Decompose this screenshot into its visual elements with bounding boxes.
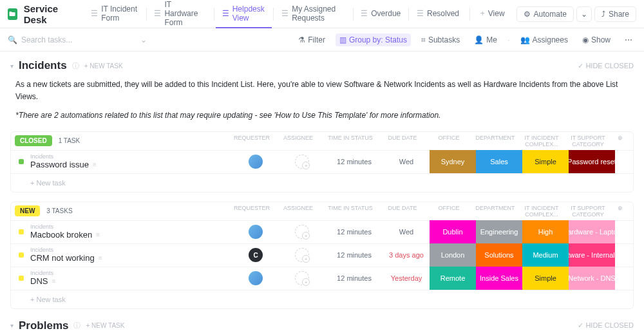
column-header: ASSIGNEE	[275, 135, 321, 147]
due-date[interactable]: Wed	[383, 158, 430, 166]
info-icon[interactable]: ⓘ	[73, 321, 80, 330]
requester-avatar[interactable]	[249, 155, 263, 169]
custom-field-tag[interactable]: Software - Internal a...	[569, 243, 615, 267]
assignee-empty[interactable]	[295, 271, 309, 285]
tab-it-hardware-form[interactable]: ☰IT Hardware Form	[147, 0, 213, 28]
custom-field-tag[interactable]: London	[430, 243, 476, 267]
requester-avatar[interactable]	[249, 225, 263, 239]
tab-label: My Assigned Requests	[292, 5, 345, 23]
share-button[interactable]: ⤴Share	[594, 6, 636, 22]
add-view-label: View	[488, 9, 505, 18]
custom-field-tag[interactable]: Simple	[522, 267, 569, 290]
task-name[interactable]: Macbook broken ≡	[30, 230, 229, 240]
add-column-button[interactable]: ⊕	[611, 205, 629, 218]
column-header: DUE DATE	[379, 135, 426, 147]
hide-closed-button[interactable]: ✓ HIDE CLOSED	[578, 62, 634, 70]
divider	[469, 8, 470, 21]
tab-label: IT Hardware Form	[164, 0, 206, 27]
tab-resolved[interactable]: ☰Resolved	[410, 0, 466, 28]
task-count: 3 TASKS	[46, 207, 72, 214]
due-date[interactable]: 3 days ago	[383, 251, 430, 259]
table-row[interactable]: IncidentsPassword issue ≡12 minutesWedSy…	[11, 150, 633, 173]
custom-field-tag[interactable]: High	[522, 220, 569, 243]
group-icon: ▥	[339, 35, 346, 44]
more-button[interactable]: ⋯	[621, 33, 636, 46]
group-by-button[interactable]: ▥Group by: Status	[336, 33, 411, 46]
tab-it-incident-form[interactable]: ☰IT Incident Form	[84, 0, 144, 28]
hide-closed-button[interactable]: ✓ HIDE CLOSED	[578, 321, 634, 330]
chevron-down-icon[interactable]: ▾	[10, 62, 14, 70]
show-label: Show	[591, 35, 611, 44]
task-name[interactable]: CRM not working ≡	[30, 253, 229, 263]
section-problems: ▾Problemsⓘ+ NEW TASK✓ HIDE CLOSEDTickets…	[0, 312, 644, 331]
time-in-status: 12 minutes	[325, 228, 383, 236]
new-task-button[interactable]: + NEW TASK	[84, 62, 123, 70]
page-title: Service Desk	[24, 3, 73, 25]
new-task-row[interactable]: + New task	[11, 290, 633, 308]
custom-field-tag[interactable]: Hardware - Laptop	[569, 220, 615, 243]
due-date[interactable]: Wed	[383, 228, 430, 236]
status-group: CLOSED1 TASKREQUESTERASSIGNEETIME IN STA…	[10, 131, 634, 193]
list-icon: ☰	[91, 9, 98, 18]
custom-field-tag[interactable]: Medium	[522, 243, 569, 267]
filter-button[interactable]: ⚗Filter	[294, 33, 329, 46]
requester-avatar[interactable]	[249, 271, 263, 285]
chevron-down-icon: ⌄	[140, 35, 147, 44]
column-header: IT SUPPORT CATEGORY	[565, 135, 611, 147]
column-header: DUE DATE	[379, 205, 426, 218]
search-input[interactable]: 🔍Search tasks...⌄	[8, 35, 288, 44]
table-row[interactable]: IncidentsDNS ≡12 minutesYesterdayRemoteI…	[11, 267, 633, 290]
custom-field-tag[interactable]: Password reset	[569, 150, 615, 173]
custom-field-tag[interactable]: Remote	[430, 267, 476, 290]
filter-label: Filter	[308, 35, 325, 44]
status-square	[19, 229, 24, 234]
group-header[interactable]: NEW3 TASKSREQUESTERASSIGNEETIME IN STATU…	[11, 202, 633, 220]
info-icon[interactable]: ⓘ	[72, 61, 79, 71]
me-button[interactable]: 👤Me	[470, 33, 501, 46]
people-icon: 👥	[520, 35, 530, 44]
tab-helpdesk-view[interactable]: ☰Helpdesk View	[216, 0, 272, 28]
assignees-button[interactable]: 👥Assignees	[516, 33, 572, 46]
group-header[interactable]: CLOSED1 TASKREQUESTERASSIGNEETIME IN STA…	[11, 132, 633, 150]
column-header: REQUESTER	[229, 205, 275, 218]
automate-dropdown[interactable]: ⌄	[576, 6, 592, 22]
subtasks-label: Subtasks	[428, 35, 460, 44]
requester-avatar[interactable]: C	[249, 248, 263, 262]
assignee-empty[interactable]	[295, 155, 309, 169]
section-title: Incidents	[19, 59, 67, 72]
custom-field-tag[interactable]: Sales	[476, 150, 522, 173]
table-row[interactable]: IncidentsMacbook broken ≡12 minutesWedDu…	[11, 220, 633, 243]
search-icon: 🔍	[8, 35, 17, 44]
list-icon: ☰	[417, 9, 424, 18]
table-row[interactable]: IncidentsCRM not working ≡C12 minutes3 d…	[11, 243, 633, 267]
assignee-empty[interactable]	[295, 248, 309, 262]
tab-overdue[interactable]: ☰Overdue	[354, 0, 407, 28]
share-label: Share	[609, 10, 629, 19]
custom-field-tag[interactable]: Network - DNS	[569, 267, 615, 290]
task-name[interactable]: DNS ≡	[30, 276, 229, 286]
task-name[interactable]: Password issue ≡	[30, 160, 229, 169]
column-header: DEPARTMENT	[472, 205, 518, 218]
task-path: Incidents	[30, 247, 229, 253]
due-date[interactable]: Yesterday	[383, 274, 430, 282]
add-view-button[interactable]: +View	[474, 0, 511, 28]
assignee-empty[interactable]	[295, 225, 309, 239]
new-task-row[interactable]: + New task	[11, 173, 633, 192]
new-task-button[interactable]: + NEW TASK	[86, 322, 124, 329]
task-path: Incidents	[30, 224, 229, 230]
custom-field-tag[interactable]: Engineering	[476, 220, 522, 243]
custom-field-tag[interactable]: Simple	[522, 150, 569, 173]
description-icon: ≡	[99, 254, 102, 261]
automate-button[interactable]: ⚙Automate	[516, 6, 574, 22]
custom-field-tag[interactable]: Dublin	[430, 220, 476, 243]
robot-icon: ⚙	[524, 10, 531, 19]
column-header: TIME IN STATUS	[321, 135, 379, 147]
subtasks-button[interactable]: ⌗Subtasks	[417, 33, 464, 46]
tab-my-assigned-requests[interactable]: ☰My Assigned Requests	[275, 0, 351, 28]
chevron-down-icon[interactable]: ▾	[10, 322, 14, 329]
custom-field-tag[interactable]: Solutions	[476, 243, 522, 267]
custom-field-tag[interactable]: Sydney	[430, 150, 476, 173]
show-button[interactable]: ◉Show	[578, 33, 614, 46]
add-column-button[interactable]: ⊕	[611, 135, 629, 147]
custom-field-tag[interactable]: Inside Sales	[476, 267, 522, 290]
